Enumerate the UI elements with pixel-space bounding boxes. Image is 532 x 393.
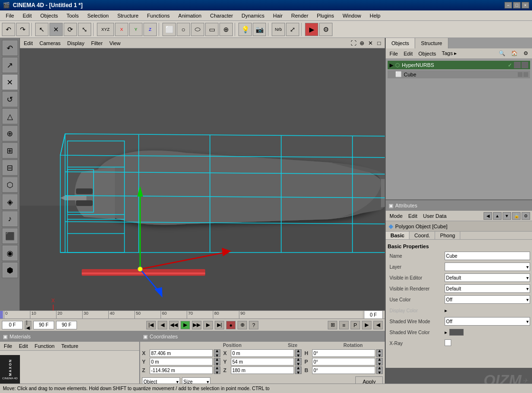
menu-structure[interactable]: Structure [114, 12, 142, 19]
shaded-wire-mode-dropdown[interactable]: Off ▾ [445, 317, 530, 326]
tab-objects[interactable]: Objects [386, 38, 415, 48]
viewport-icon-2[interactable]: ⊕ [358, 39, 366, 47]
obj-menu-objects[interactable]: Objects [417, 50, 438, 57]
obj-search[interactable]: 🔍 [497, 50, 507, 57]
y-position-input[interactable] [150, 358, 213, 365]
attrs-menu-mode[interactable]: Mode [388, 213, 405, 219]
z-axis-btn[interactable]: Z [143, 23, 157, 36]
menu-plugins[interactable]: Plugins [313, 12, 338, 19]
viewport-menu-display[interactable]: Display [66, 40, 86, 47]
camera-btn[interactable]: 📷 [253, 23, 266, 36]
menu-tools[interactable]: Tools [63, 12, 83, 19]
tool-btn-1[interactable]: ↶ [2, 40, 18, 56]
menu-functions[interactable]: Functions [143, 12, 174, 19]
menu-hair[interactable]: Hair [269, 12, 286, 19]
attr-tab-phong[interactable]: Phong [435, 232, 460, 239]
y-axis-btn[interactable]: Y [129, 23, 142, 36]
materials-menu-function[interactable]: Function [33, 343, 57, 349]
name-input[interactable] [445, 252, 530, 260]
obj-settings[interactable]: ⚙ [522, 50, 530, 57]
cylinder-btn[interactable]: ⬭ [191, 23, 204, 36]
tool-btn-4[interactable]: ↺ [2, 91, 18, 107]
play-back-btn[interactable]: ◀◀ [169, 321, 179, 329]
cube-btn[interactable]: ⬜ [162, 23, 176, 36]
end-frame-input[interactable] [33, 321, 54, 329]
y-size-input[interactable] [231, 358, 294, 365]
maximize-button[interactable]: □ [513, 2, 521, 9]
tool-btn-6[interactable]: ⊕ [2, 125, 18, 141]
list-item[interactable]: ⬜ Cube [388, 70, 530, 78]
z-rot-spinner[interactable]: ▲▼ [376, 366, 383, 374]
goto-end-btn[interactable]: ▶| [215, 321, 224, 329]
menu-character[interactable]: Character [206, 12, 237, 19]
attr-tab-basic[interactable]: Basic [386, 232, 409, 239]
layer-dropdown[interactable]: ▾ [445, 262, 530, 271]
playback-opt-3[interactable]: P [351, 321, 360, 329]
visible-renderer-dropdown[interactable]: Default ▾ [445, 284, 530, 293]
plane-btn[interactable]: ▭ [205, 23, 218, 36]
use-color-dropdown[interactable]: Off ▾ [445, 295, 530, 304]
scale-button[interactable]: ⤡ [78, 23, 91, 36]
play-btn[interactable]: ▶ [180, 321, 190, 329]
obj-menu-edit[interactable]: Edit [402, 50, 415, 57]
cube-vis-editor[interactable] [518, 72, 522, 77]
hypernurbs-toggle[interactable]: ▶ [390, 62, 393, 68]
attrs-menu-edit[interactable]: Edit [407, 213, 419, 219]
frame-prev-btn[interactable]: |◀ [25, 321, 31, 329]
list-item[interactable]: ▶ ⬡ HyperNURBS ✓ [388, 61, 530, 69]
tool-btn-7[interactable]: ⊞ [2, 142, 18, 159]
menu-selection[interactable]: Selection [84, 12, 113, 19]
step-fwd-btn[interactable]: ▶ [203, 321, 213, 329]
minimize-button[interactable]: − [504, 2, 512, 9]
x-rotation-input[interactable] [312, 349, 375, 357]
viewport-menu-filter[interactable]: Filter [89, 40, 104, 47]
x-size-input[interactable] [231, 349, 294, 357]
materials-menu-file[interactable]: File [2, 343, 14, 349]
redo-button[interactable]: ↷ [16, 23, 29, 36]
menu-file[interactable]: File [2, 12, 18, 19]
x-size-spinner[interactable]: ▲▼ [295, 349, 302, 357]
viewport-menu-cameras[interactable]: Cameras [38, 40, 63, 47]
play-fwd-btn[interactable]: ▶▶ [192, 321, 201, 329]
x-position-input[interactable] [150, 349, 213, 357]
tag1[interactable] [514, 62, 521, 68]
attr-tab-coord[interactable]: Coord. [409, 232, 435, 239]
tool-btn-12[interactable]: ⬛ [2, 228, 18, 244]
z-pos-spinner[interactable]: ▲▼ [214, 366, 220, 374]
menu-animation[interactable]: Animation [174, 12, 205, 19]
rotate-button[interactable]: ⟳ [64, 23, 77, 36]
viewport-menu-view[interactable]: View [107, 40, 123, 47]
viewport-3d[interactable]: Perspective [20, 48, 385, 310]
timeline-track[interactable]: 0 10 20 30 40 50 60 70 80 90 [4, 311, 362, 318]
record-btn[interactable]: ● [226, 321, 236, 329]
z-size-spinner[interactable]: ▲▼ [295, 366, 302, 374]
hypernurbs-check[interactable]: ✓ [508, 62, 512, 68]
menu-render[interactable]: Render [287, 12, 312, 19]
tool-btn-9[interactable]: ⬡ [2, 177, 18, 193]
tool-btn-13[interactable]: ◉ [2, 245, 18, 261]
tab-structure[interactable]: Structure [415, 38, 448, 48]
select-button[interactable]: ↖ [35, 23, 48, 36]
start-frame-input[interactable] [2, 321, 23, 329]
tool-btn-5[interactable]: △ [2, 108, 18, 124]
attrs-menu-userdata[interactable]: User Data [421, 213, 449, 219]
sphere-btn[interactable]: ○ [177, 23, 190, 36]
viewport-menu-edit[interactable]: Edit [22, 40, 35, 47]
tool-btn-11[interactable]: ♪ [2, 211, 18, 227]
z-rotation-input[interactable] [312, 366, 375, 374]
render-settings-btn[interactable]: ⚙ [319, 23, 332, 36]
materials-menu-texture[interactable]: Texture [59, 343, 80, 349]
fps-input[interactable] [56, 321, 77, 329]
playback-opt-1[interactable]: ⊞ [328, 321, 337, 329]
x-axis-btn[interactable]: X [115, 23, 128, 36]
record-all-btn[interactable]: ⊕ [238, 321, 247, 329]
step-back-btn[interactable]: ◀ [158, 321, 167, 329]
materials-menu-edit[interactable]: Edit [17, 343, 30, 349]
move-button[interactable]: ✕ [49, 23, 63, 36]
attrs-settings-btn[interactable]: ⚙ [522, 212, 530, 220]
shaded-wire-color-swatch[interactable] [449, 329, 464, 336]
tool-btn-10[interactable]: ◈ [2, 194, 18, 210]
attrs-up-btn[interactable]: ▲ [493, 212, 502, 220]
playback-opt-4[interactable]: ▶ [362, 321, 371, 329]
render-btn[interactable]: ▶ [305, 23, 318, 36]
